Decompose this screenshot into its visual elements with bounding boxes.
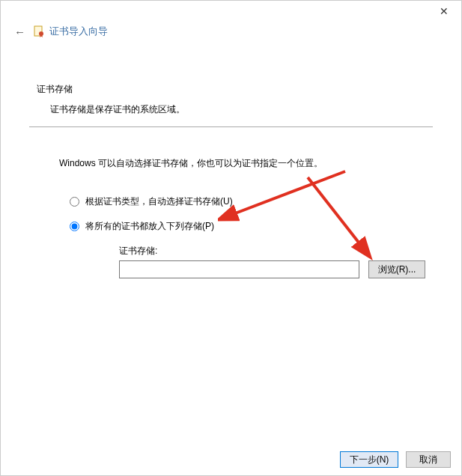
titlebar: ✕ [1, 1, 461, 23]
store-label: 证书存储: [119, 245, 425, 257]
radio-auto-select[interactable]: 根据证书类型，自动选择证书存储(U) [70, 195, 425, 208]
cancel-button[interactable]: 取消 [406, 451, 451, 468]
close-icon[interactable]: ✕ [437, 5, 451, 17]
footer: 下一步(N) 取消 [1, 444, 461, 475]
wizard-header: ← 证书导入向导 [1, 23, 461, 38]
section-description: 证书存储是保存证书的系统区域。 [50, 103, 425, 116]
radio-auto-input[interactable] [70, 197, 79, 207]
next-button[interactable]: 下一步(N) [340, 451, 398, 468]
wizard-title: 证书导入向导 [49, 25, 108, 38]
store-area: 证书存储: 浏览(R)... [119, 245, 425, 278]
store-input[interactable] [119, 260, 359, 278]
divider [29, 126, 433, 127]
radio-manual-label: 将所有的证书都放入下列存储(P) [85, 220, 214, 233]
radio-group: 根据证书类型，自动选择证书存储(U) 将所有的证书都放入下列存储(P) 证书存储… [70, 195, 425, 278]
certificate-icon [33, 25, 45, 37]
body-instruction: Windows 可以自动选择证书存储，你也可以为证书指定一个位置。 [59, 157, 425, 170]
wizard-window: ✕ ← 证书导入向导 证书存储 证书存储是保存证书的系统区域。 Windows … [0, 0, 462, 476]
store-row: 浏览(R)... [119, 260, 425, 278]
back-arrow-icon[interactable]: ← [14, 25, 25, 38]
radio-auto-label: 根据证书类型，自动选择证书存储(U) [85, 195, 233, 208]
radio-manual-input[interactable] [70, 222, 79, 231]
content-area: 证书存储 证书存储是保存证书的系统区域。 Windows 可以自动选择证书存储，… [1, 38, 461, 278]
radio-manual-select[interactable]: 将所有的证书都放入下列存储(P) [70, 220, 425, 233]
browse-button[interactable]: 浏览(R)... [368, 260, 425, 278]
section-title: 证书存储 [37, 83, 425, 96]
